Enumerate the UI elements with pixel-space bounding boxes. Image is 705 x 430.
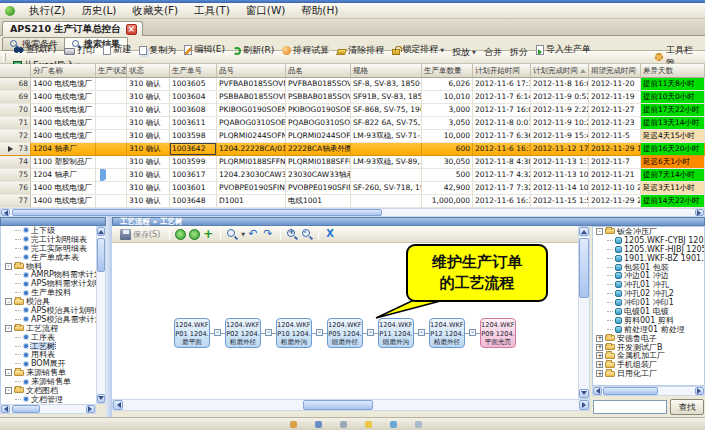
cell-item-name[interactable]: 电线1001 [286, 195, 351, 208]
workcenter-item-1901.WKF-BZ 1901.包装[interactable]: 1901.WKF-BZ 1901.包装 [593, 254, 704, 263]
table-row[interactable]: 721400 电线电缆厂310 确认1003598PLQRMI0244SOFN9… [0, 130, 705, 143]
toolbar-button-9[interactable]: 投放 [448, 46, 480, 59]
scroll-thumb[interactable] [603, 387, 658, 395]
cell-status[interactable]: 310 确认 [127, 143, 170, 156]
sidebar-item-来源销售单[interactable]: 来源销售单 [1, 377, 96, 386]
scroll-right-icon[interactable] [695, 209, 704, 216]
table-row[interactable]: 741100 塑胶制品厂310 确认1003599PLQRMI0188SFFN0… [0, 156, 705, 169]
cell-diff-days[interactable]: 提前17天22小时 [641, 104, 705, 117]
cell-qty[interactable]: 3,000 [422, 104, 473, 117]
cell-production-status[interactable] [96, 91, 127, 104]
cell-expect-finish[interactable]: 2012-11-7 [589, 156, 641, 169]
toolbar-find[interactable]: 查找(F) [9, 43, 60, 56]
cell-order-no[interactable]: 1003617 [170, 169, 217, 182]
cell-spec[interactable]: SF-260, SV-718, 19... [351, 182, 422, 195]
cell-status[interactable]: 310 确认 [127, 169, 170, 182]
canvas-vscrollbar[interactable] [578, 226, 590, 399]
workcenter-item-冲边01 冲边[interactable]: 冲边01 冲边 [593, 271, 704, 280]
menu-item[interactable]: 帮助(H) [293, 3, 346, 17]
workcenter-item-钣金冲压厂[interactable]: 钣金冲压厂 [593, 227, 704, 236]
cell-qty[interactable]: 6,026 [422, 78, 473, 91]
cell-item-name[interactable]: PQABOG0310SOEN01205 [286, 117, 351, 130]
cell-spec[interactable]: SF-8, SV-83, 1850+... [351, 78, 422, 91]
sidebar-item-来源销售单[interactable]: 来源销售单 [1, 368, 96, 377]
table-row[interactable]: 711400 电线电缆厂310 确认1003611PQABOG0310SOEN0… [0, 117, 705, 130]
cell-expect-finish[interactable]: 2012-11-10 23:00 [589, 182, 641, 195]
cell-order-no[interactable]: 1003611 [170, 117, 217, 130]
row-gutter[interactable]: 69 [0, 91, 31, 104]
toolbar-lock[interactable]: 锁定排程 [388, 43, 448, 56]
column-header-2[interactable]: 生产状态 [96, 64, 127, 78]
cell-plan-start[interactable]: 2012-11-7 6:14 [473, 91, 531, 104]
sidebar-item-BOM展开[interactable]: BOM展开 [1, 359, 96, 368]
column-header-9[interactable]: 计划开始时间 [473, 64, 531, 78]
expand-icon[interactable] [596, 344, 603, 351]
cell-expect-finish[interactable]: 2012-11-21 [589, 169, 641, 182]
collapse-icon[interactable] [596, 228, 603, 235]
cell-expect-finish[interactable]: 2012-11-29 23:00 [589, 195, 641, 208]
cell-order-no[interactable]: 1003604 [170, 91, 217, 104]
cell-item-name[interactable]: 23030CAW33轴承内圈 [286, 169, 351, 182]
collapse-icon[interactable] [5, 369, 12, 376]
zoom-out-icon[interactable]: - [301, 228, 313, 240]
sidebar-item-工序表[interactable]: 工序表 [1, 333, 96, 342]
workcenter-search-input[interactable] [593, 400, 667, 414]
cell-plan-start[interactable]: 2012-11-8 4:38 [473, 156, 531, 169]
cell-production-status[interactable] [96, 130, 127, 143]
cell-diff-days[interactable]: 延迟6天1小时 [641, 156, 705, 169]
flow-connector-icon[interactable] [367, 329, 374, 336]
workcenter-item-冲孔01 冲孔[interactable]: 冲孔01 冲孔 [593, 280, 704, 289]
cell-diff-days[interactable]: 提前10天0小时 [641, 91, 705, 104]
cell-status[interactable]: 310 确认 [127, 182, 170, 195]
scroll-thumb[interactable] [303, 400, 373, 410]
cell-order-no[interactable]: 1003605 [170, 78, 217, 91]
sidebar-item-APS模治具需求计划[interactable]: APS模治具需求计划 [1, 315, 96, 324]
sidebar-item-工艺流程[interactable]: 工艺流程 [1, 324, 96, 333]
collapse-icon[interactable] [5, 263, 12, 270]
flow-node[interactable]: 1204.WKF- P12 1204. 精磨外径 [429, 318, 465, 348]
sidebar-item-物料[interactable]: 物料 [1, 262, 96, 271]
cell-expect-finish[interactable]: 2012-11-29 13:47 [589, 143, 641, 156]
cell-spec[interactable]: LM-93双稳, SV-89,... [351, 156, 422, 169]
cell-factory[interactable]: 1400 电线电缆厂 [31, 195, 96, 208]
workcenter-item-电镀01 电镀[interactable]: 电镀01 电镀 [593, 307, 704, 316]
flow-connector-icon[interactable] [316, 329, 323, 336]
column-header-6[interactable]: 品名 [286, 64, 351, 78]
scroll-up-icon[interactable] [97, 227, 105, 236]
scroll-thumb[interactable] [12, 209, 382, 216]
cell-plan-start[interactable]: 2012-11-7 4:32 [473, 169, 531, 182]
expand-icon[interactable] [596, 370, 603, 377]
cell-qty[interactable]: 30,050 [422, 156, 473, 169]
cell-item-name[interactable]: PLQRMI0244SOFW94502 [286, 130, 351, 143]
cell-production-status[interactable] [96, 117, 127, 130]
row-gutter[interactable]: 77 [0, 195, 31, 208]
cell-item-no[interactable]: PLQRMI0188SFFN01202 [217, 156, 286, 169]
table-row[interactable]: 771400 电线电缆厂310 确认1003648D1001电线10011,00… [0, 195, 705, 208]
cell-plan-finish[interactable]: 2012-11-13 1:30 [531, 156, 589, 169]
table-row[interactable]: 731204 轴承厂310 确认10036421204.22228CA/0122… [0, 143, 705, 156]
scroll-thumb[interactable] [579, 238, 589, 298]
sidebar-item-用料表[interactable]: 用料表 [1, 350, 96, 359]
scroll-up-icon[interactable] [579, 227, 589, 236]
scroll-left-icon[interactable] [1, 405, 10, 413]
cell-expect-finish[interactable]: 2012-11-20 [589, 78, 641, 91]
menu-item[interactable]: 工具(T) [186, 3, 238, 17]
cell-diff-days[interactable]: 延迟3天11小时 [641, 182, 705, 195]
refresh-back-icon[interactable] [175, 229, 186, 240]
cell-plan-start[interactable]: 2012-11-6 16:31 [473, 195, 531, 208]
cell-diff-days[interactable]: 延迟4天15小时 [641, 130, 705, 143]
flow-node[interactable]: 1204.WKF- P11 1204. 细磨外沟 [378, 318, 414, 348]
menu-item[interactable]: 收藏夹(F) [124, 3, 186, 17]
cell-production-status[interactable] [96, 104, 127, 117]
scroll-left-icon[interactable] [593, 387, 602, 395]
cell-factory[interactable]: 1400 电线电缆厂 [31, 91, 96, 104]
scroll-down-icon[interactable] [579, 389, 589, 398]
fit-view-icon[interactable] [324, 228, 336, 240]
zoom-in-icon[interactable]: + [286, 228, 298, 240]
workcenter-item-冲孔02 冲孔2[interactable]: 冲孔02 冲孔2 [593, 289, 704, 298]
sidebar-item-完工实际明细表[interactable]: 完工实际明细表 [1, 244, 96, 253]
cell-plan-finish[interactable]: 2012-11-9 2:22 [531, 104, 589, 117]
scroll-right-icon[interactable] [579, 400, 589, 410]
sidebar-item-文档图档[interactable]: 文档图档 [1, 386, 96, 395]
sidebar-item-生产单投料[interactable]: 生产单投料 [1, 288, 96, 297]
